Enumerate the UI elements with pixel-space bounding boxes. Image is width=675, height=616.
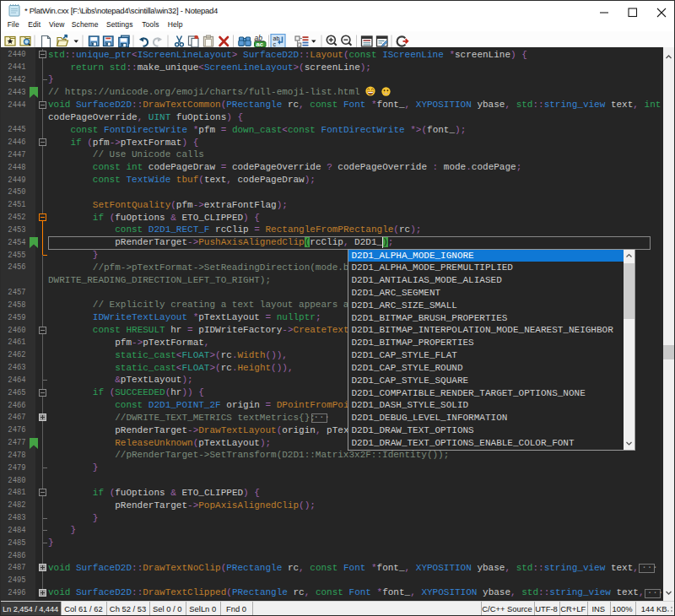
svg-text:ac: ac [256, 40, 263, 47]
svg-text:c: c [273, 41, 277, 47]
svg-text:ab: ab [273, 35, 280, 41]
